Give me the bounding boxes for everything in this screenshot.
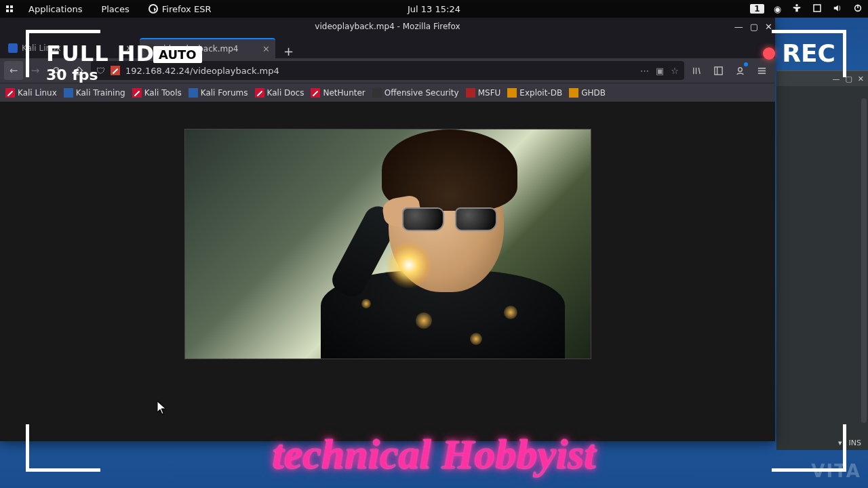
back-button[interactable]: ←: [4, 61, 23, 80]
current-app-label: Firefox ESR: [162, 4, 212, 14]
page-content: [0, 102, 775, 441]
record-dot-icon: [763, 47, 775, 60]
bookmark-ghdb[interactable]: GHDB: [569, 88, 606, 98]
bookmark-icon: [507, 88, 517, 98]
bookmark-kali-docs[interactable]: Kali Docs: [255, 88, 304, 98]
page-actions-icon[interactable]: ⋯: [640, 66, 649, 76]
places-menu[interactable]: Places: [92, 0, 138, 18]
reader-mode-icon[interactable]: ▣: [656, 66, 664, 76]
grid-icon: [6, 5, 13, 12]
tab-favicon: [8, 43, 18, 53]
bgwin-close-icon[interactable]: ✕: [858, 75, 864, 83]
gnome-top-bar: Applications Places Firefox ESR Jul 13 1…: [0, 0, 868, 18]
bookmark-icon: [569, 88, 578, 98]
bookmark-kali-training[interactable]: Kali Training: [64, 88, 125, 98]
url-bar[interactable]: 🛡 192.168.42.24/videoplayback.mp4 ⋯ ▣ ☆: [91, 61, 684, 80]
notification-dot: [744, 62, 748, 66]
applications-menu[interactable]: Applications: [19, 0, 92, 18]
firefox-icon: [149, 4, 158, 14]
overlay-rec: REC: [763, 39, 835, 67]
bookmark-msfu[interactable]: MSFU: [466, 88, 501, 98]
overlay-hd: FULL HD 30 fps: [46, 41, 155, 83]
window-close-button[interactable]: ✕: [765, 22, 772, 32]
activities-button[interactable]: [0, 0, 19, 18]
bookmark-offensive-security[interactable]: Offensive Security: [372, 88, 459, 98]
firefox-titlebar: videoplayback.mp4 - Mozilla Firefox — ▢ …: [0, 18, 775, 35]
bookmark-icon: [64, 88, 73, 98]
bgwin-status-ins: INS: [849, 439, 861, 447]
accessibility-icon[interactable]: [787, 3, 807, 15]
bookmark-icon: [132, 88, 142, 98]
svg-point-9: [738, 67, 742, 71]
clock[interactable]: Jul 13 15:24: [408, 4, 460, 14]
overlay-channel-name: technical Hobbyist: [272, 430, 595, 479]
system-tray: 1 ◉: [750, 3, 868, 15]
screen-record-tray-icon[interactable]: ◉: [768, 4, 787, 14]
svg-rect-1: [814, 5, 821, 12]
svg-point-0: [795, 3, 798, 6]
power-icon[interactable]: [848, 3, 868, 15]
bookmark-kali-forums[interactable]: Kali Forums: [189, 88, 248, 98]
bgwin-minimize-icon[interactable]: —: [832, 75, 840, 83]
bgwin-titlebar: — ▢ ✕: [776, 71, 868, 86]
bgwin-scrollbar[interactable]: [861, 98, 867, 423]
svg-line-6: [698, 67, 700, 73]
bookmark-icon: [5, 88, 15, 98]
bookmark-kali-linux[interactable]: Kali Linux: [5, 88, 57, 98]
bookmark-icon: [311, 88, 320, 98]
bookmark-icon: [255, 88, 264, 98]
new-tab-button[interactable]: +: [277, 44, 300, 58]
window-maximize-button[interactable]: ▢: [750, 22, 758, 32]
window-minimize-button[interactable]: —: [734, 22, 743, 32]
workspace-indicator[interactable]: 1: [750, 4, 764, 14]
forward-button[interactable]: →: [26, 61, 45, 80]
overlay-auto-badge: AUTO: [153, 46, 202, 63]
overlay-watermark: VITA: [811, 461, 861, 481]
bookmark-kali-tools[interactable]: Kali Tools: [132, 88, 182, 98]
window-title: videoplayback.mp4 - Mozilla Firefox: [315, 22, 460, 31]
bookmark-icon: [372, 88, 382, 98]
bookmark-star-icon[interactable]: ☆: [671, 66, 679, 76]
tab-close-icon[interactable]: ✕: [262, 44, 270, 54]
sidebar-icon[interactable]: [709, 61, 728, 80]
bookmark-nethunter[interactable]: NetHunter: [311, 88, 365, 98]
background-editor-window: — ▢ ✕ ▾ INS: [776, 70, 868, 450]
svg-rect-7: [714, 66, 722, 74]
bookmark-icon: [466, 88, 475, 98]
account-icon[interactable]: [730, 61, 749, 80]
video-frame[interactable]: [184, 129, 591, 359]
bookmark-exploit-db[interactable]: Exploit-DB: [507, 88, 562, 98]
volume-icon[interactable]: [827, 3, 848, 15]
bgwin-maximize-icon[interactable]: ▢: [845, 75, 852, 83]
bgwin-dropdown-icon[interactable]: ▾: [838, 439, 842, 447]
bookmarks-toolbar: Kali Linux Kali Training Kali Tools Kali…: [0, 83, 775, 102]
current-app[interactable]: Firefox ESR: [139, 0, 221, 18]
library-icon[interactable]: [687, 61, 706, 80]
bookmark-icon: [189, 88, 198, 98]
window-minimize-tray-icon[interactable]: [807, 3, 827, 15]
